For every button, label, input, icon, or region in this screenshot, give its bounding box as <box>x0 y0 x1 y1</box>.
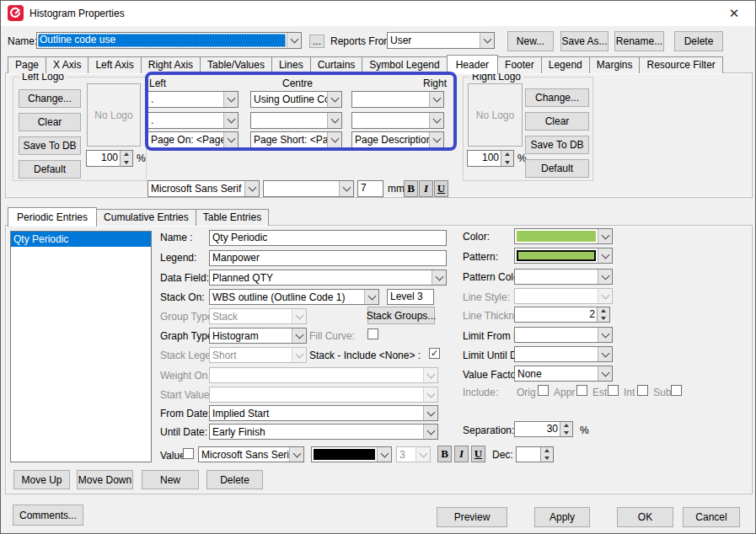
dropdown-arrow-icon[interactable] <box>339 181 353 196</box>
right-logo-scale-stepper[interactable]: 100 <box>467 150 514 167</box>
dropdown-arrow-icon[interactable] <box>423 425 437 439</box>
spin-down-icon[interactable] <box>121 158 132 166</box>
new-report-button[interactable]: New... <box>507 31 554 51</box>
dropdown-arrow-icon[interactable] <box>429 132 443 147</box>
dropdown-arrow-icon[interactable] <box>598 270 612 284</box>
dropdown-arrow-icon[interactable] <box>377 447 391 462</box>
dropdown-arrow-icon[interactable] <box>598 328 612 342</box>
header-left-2-combobox[interactable]: . <box>147 112 239 129</box>
apply-button[interactable]: Apply <box>534 507 590 527</box>
tab-x-axis[interactable]: X Axis <box>46 56 88 73</box>
pattern-combobox[interactable] <box>514 248 613 264</box>
include-int-checkbox[interactable] <box>637 385 648 396</box>
dropdown-arrow-icon[interactable] <box>598 366 612 381</box>
spin-down-icon[interactable] <box>501 158 513 166</box>
color-combobox[interactable] <box>514 228 613 244</box>
ok-button[interactable]: OK <box>617 507 673 527</box>
header-font-size-field[interactable]: 7 <box>357 180 383 197</box>
dropdown-arrow-icon[interactable] <box>429 92 443 107</box>
spin-up-icon[interactable] <box>541 447 553 455</box>
entry-name-field[interactable]: Qty Periodic <box>209 230 447 246</box>
include-est-checkbox[interactable] <box>608 385 619 396</box>
dropdown-arrow-icon[interactable] <box>223 92 238 107</box>
dropdown-arrow-icon[interactable] <box>327 113 341 128</box>
values-font-color-combobox[interactable] <box>311 446 392 462</box>
list-item[interactable]: Qty Periodic <box>11 232 151 247</box>
dropdown-arrow-icon[interactable] <box>598 347 612 361</box>
reports-from-combobox[interactable]: User <box>387 32 495 49</box>
dropdown-arrow-icon[interactable] <box>292 328 306 343</box>
tab-margins[interactable]: Margins <box>589 56 641 73</box>
values-italic-button[interactable]: I <box>454 446 469 462</box>
include-sub-checkbox[interactable] <box>671 385 682 396</box>
tab-legend[interactable]: Legend <box>541 56 590 73</box>
dropdown-arrow-icon[interactable] <box>327 92 341 107</box>
header-centre-3-combobox[interactable]: Page Short: <Page <box>250 131 342 148</box>
header-left-3-combobox[interactable]: Page On: <Page O <box>147 131 239 148</box>
header-underline-button[interactable]: U <box>434 180 448 197</box>
spin-up-icon[interactable] <box>501 151 513 158</box>
new-entry-button[interactable]: New <box>142 470 199 489</box>
delete-entry-button[interactable]: Delete <box>206 470 263 489</box>
dropdown-arrow-icon[interactable] <box>223 113 238 128</box>
dropdown-arrow-icon[interactable] <box>244 181 259 196</box>
include-appr-checkbox[interactable] <box>576 385 587 396</box>
left-logo-change-button[interactable]: Change... <box>19 89 81 108</box>
right-logo-clear-button[interactable]: Clear <box>525 112 589 131</box>
tab-table-values[interactable]: Table/Values <box>200 56 272 73</box>
line-thickness-stepper[interactable]: 2 <box>514 307 610 323</box>
spin-down-icon[interactable] <box>560 430 572 437</box>
spin-up-icon[interactable] <box>598 307 609 315</box>
header-centre-1-combobox[interactable]: Using Outline Code <box>250 91 342 108</box>
rename-button[interactable]: Rename... <box>614 31 664 51</box>
comments-button[interactable]: Comments... <box>13 505 83 526</box>
tab-lines[interactable]: Lines <box>271 56 311 73</box>
move-down-button[interactable]: Move Down <box>77 470 133 489</box>
dropdown-arrow-icon[interactable] <box>364 290 378 304</box>
dropdown-arrow-icon[interactable] <box>223 132 238 147</box>
tab-footer[interactable]: Footer <box>497 56 542 73</box>
dropdown-arrow-icon[interactable] <box>598 229 612 243</box>
values-bold-button[interactable]: B <box>437 446 452 462</box>
limit-until-date-combobox[interactable] <box>514 346 613 362</box>
value-factor-combobox[interactable]: None <box>514 366 613 382</box>
tab-right-axis[interactable]: Right Axis <box>141 56 201 73</box>
dropdown-arrow-icon[interactable] <box>598 248 612 263</box>
save-as-button[interactable]: Save As... <box>560 31 609 51</box>
stack-level-field[interactable]: Level 3 <box>387 289 434 305</box>
spin-down-icon[interactable] <box>598 315 609 323</box>
graph-type-combobox[interactable]: Histogram <box>209 328 307 344</box>
values-checkbox[interactable] <box>183 448 194 459</box>
spin-down-icon[interactable] <box>541 455 553 462</box>
data-field-combobox[interactable]: Planned QTY <box>209 270 447 286</box>
left-logo-save-to-db-button[interactable]: Save To DB <box>19 136 81 155</box>
separation-stepper[interactable]: 30 <box>514 421 573 437</box>
tab-table-entries[interactable]: Table Entries <box>196 209 269 226</box>
include-orig-checkbox[interactable] <box>538 385 549 396</box>
from-date-combobox[interactable]: Implied Start <box>209 405 438 421</box>
header-right-3-combobox[interactable]: Page Description: < <box>351 131 444 148</box>
tab-symbol-legend[interactable]: Symbol Legend <box>362 56 447 73</box>
tab-page[interactable]: Page <box>8 56 46 73</box>
dropdown-arrow-icon[interactable] <box>429 113 443 128</box>
close-icon[interactable]: ✕ <box>723 4 745 23</box>
stack-on-combobox[interactable]: WBS outline (Outline Code 1) <box>209 289 379 305</box>
histogram-name-combobox[interactable]: Outline code use <box>36 32 302 49</box>
tab-header[interactable]: Header <box>447 55 498 74</box>
header-font-family-combobox[interactable]: Microsoft Sans Serif <box>147 180 260 197</box>
tab-cumulative-entries[interactable]: Cumulative Entries <box>96 209 196 226</box>
left-logo-scale-stepper[interactable]: 100 <box>86 150 133 167</box>
delete-report-button[interactable]: Delete <box>674 31 723 51</box>
tab-curtains[interactable]: Curtains <box>310 56 363 73</box>
dropdown-arrow-icon[interactable] <box>327 132 341 147</box>
tab-left-axis[interactable]: Left Axis <box>88 56 141 73</box>
cancel-button[interactable]: Cancel <box>683 507 740 527</box>
dec-stepper[interactable] <box>516 446 554 462</box>
pattern-color-combobox[interactable] <box>514 269 613 285</box>
header-centre-2-combobox[interactable] <box>250 112 342 129</box>
header-left-1-combobox[interactable]: . <box>147 91 239 108</box>
header-italic-button[interactable]: I <box>419 180 433 197</box>
dropdown-arrow-icon[interactable] <box>480 33 494 48</box>
entry-legend-field[interactable]: Manpower <box>209 250 447 266</box>
spin-up-icon[interactable] <box>121 151 132 158</box>
